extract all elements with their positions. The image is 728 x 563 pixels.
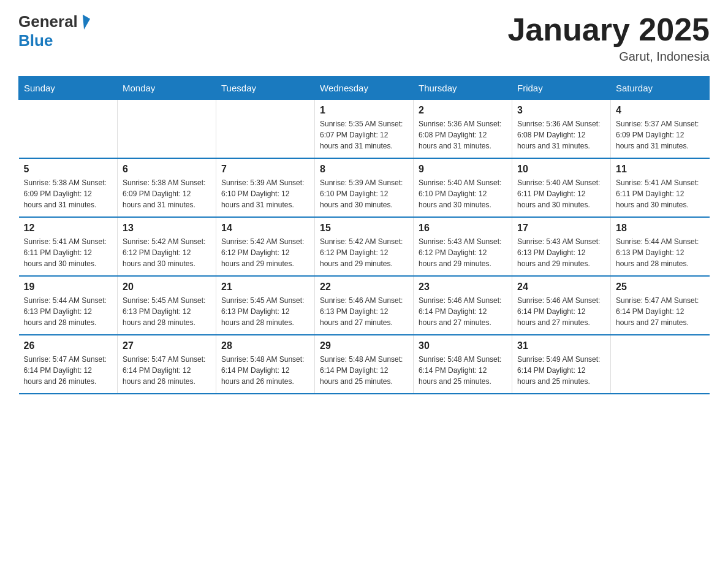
logo: General Blue bbox=[18, 12, 89, 50]
calendar-day-cell: 28Sunrise: 5:48 AM Sunset: 6:14 PM Dayli… bbox=[216, 335, 315, 394]
calendar-day-cell: 26Sunrise: 5:47 AM Sunset: 6:14 PM Dayli… bbox=[19, 335, 118, 394]
logo-general-text: General bbox=[18, 12, 78, 31]
calendar-day-cell: 25Sunrise: 5:47 AM Sunset: 6:14 PM Dayli… bbox=[611, 276, 710, 335]
calendar-day-cell: 15Sunrise: 5:42 AM Sunset: 6:12 PM Dayli… bbox=[315, 217, 414, 276]
day-info: Sunrise: 5:44 AM Sunset: 6:13 PM Dayligh… bbox=[616, 236, 705, 269]
calendar-day-cell bbox=[19, 100, 118, 159]
day-number: 11 bbox=[616, 164, 705, 175]
day-number: 2 bbox=[419, 105, 507, 116]
calendar-day-cell: 18Sunrise: 5:44 AM Sunset: 6:13 PM Dayli… bbox=[611, 217, 710, 276]
calendar-body: 1Sunrise: 5:35 AM Sunset: 6:07 PM Daylig… bbox=[19, 100, 710, 394]
day-number: 24 bbox=[517, 282, 605, 293]
day-number: 16 bbox=[419, 223, 507, 234]
calendar-day-cell: 11Sunrise: 5:41 AM Sunset: 6:11 PM Dayli… bbox=[611, 158, 710, 217]
calendar-day-cell: 21Sunrise: 5:45 AM Sunset: 6:13 PM Dayli… bbox=[216, 276, 315, 335]
calendar-day-cell: 20Sunrise: 5:45 AM Sunset: 6:13 PM Dayli… bbox=[118, 276, 216, 335]
calendar-header-cell: Thursday bbox=[414, 77, 512, 100]
day-number: 8 bbox=[320, 164, 408, 175]
calendar-day-cell: 12Sunrise: 5:41 AM Sunset: 6:11 PM Dayli… bbox=[19, 217, 118, 276]
day-number: 13 bbox=[123, 223, 211, 234]
day-number: 6 bbox=[123, 164, 211, 175]
calendar-day-cell: 23Sunrise: 5:46 AM Sunset: 6:14 PM Dayli… bbox=[414, 276, 512, 335]
day-number: 23 bbox=[419, 282, 507, 293]
calendar-day-cell: 22Sunrise: 5:46 AM Sunset: 6:13 PM Dayli… bbox=[315, 276, 414, 335]
day-info: Sunrise: 5:43 AM Sunset: 6:12 PM Dayligh… bbox=[419, 236, 507, 269]
calendar-day-cell: 3Sunrise: 5:36 AM Sunset: 6:08 PM Daylig… bbox=[512, 100, 611, 159]
calendar-day-cell: 9Sunrise: 5:40 AM Sunset: 6:10 PM Daylig… bbox=[414, 158, 512, 217]
calendar-day-cell: 30Sunrise: 5:48 AM Sunset: 6:14 PM Dayli… bbox=[414, 335, 512, 394]
calendar-table: SundayMondayTuesdayWednesdayThursdayFrid… bbox=[18, 76, 710, 394]
calendar-day-cell: 4Sunrise: 5:37 AM Sunset: 6:09 PM Daylig… bbox=[611, 100, 710, 159]
page-title: January 2025 bbox=[507, 12, 710, 47]
calendar-week-row: 12Sunrise: 5:41 AM Sunset: 6:11 PM Dayli… bbox=[19, 217, 710, 276]
calendar-day-cell: 2Sunrise: 5:36 AM Sunset: 6:08 PM Daylig… bbox=[414, 100, 512, 159]
day-info: Sunrise: 5:38 AM Sunset: 6:09 PM Dayligh… bbox=[24, 177, 113, 210]
day-info: Sunrise: 5:39 AM Sunset: 6:10 PM Dayligh… bbox=[221, 177, 309, 210]
day-info: Sunrise: 5:36 AM Sunset: 6:08 PM Dayligh… bbox=[419, 118, 507, 151]
calendar-header-cell: Tuesday bbox=[216, 77, 315, 100]
day-number: 3 bbox=[517, 105, 605, 116]
calendar-header-cell: Friday bbox=[512, 77, 611, 100]
day-info: Sunrise: 5:46 AM Sunset: 6:13 PM Dayligh… bbox=[320, 295, 408, 328]
calendar-week-row: 26Sunrise: 5:47 AM Sunset: 6:14 PM Dayli… bbox=[19, 335, 710, 394]
calendar-day-cell bbox=[216, 100, 315, 159]
calendar-day-cell: 24Sunrise: 5:46 AM Sunset: 6:14 PM Dayli… bbox=[512, 276, 611, 335]
day-number: 10 bbox=[517, 164, 605, 175]
day-info: Sunrise: 5:48 AM Sunset: 6:14 PM Dayligh… bbox=[320, 354, 408, 387]
day-info: Sunrise: 5:47 AM Sunset: 6:14 PM Dayligh… bbox=[123, 354, 211, 387]
calendar-header: SundayMondayTuesdayWednesdayThursdayFrid… bbox=[19, 77, 710, 100]
calendar-day-cell: 31Sunrise: 5:49 AM Sunset: 6:14 PM Dayli… bbox=[512, 335, 611, 394]
calendar-header-row: SundayMondayTuesdayWednesdayThursdayFrid… bbox=[19, 77, 710, 100]
day-info: Sunrise: 5:41 AM Sunset: 6:11 PM Dayligh… bbox=[616, 177, 705, 210]
calendar-header-cell: Monday bbox=[118, 77, 216, 100]
day-number: 4 bbox=[616, 105, 705, 116]
calendar-day-cell: 7Sunrise: 5:39 AM Sunset: 6:10 PM Daylig… bbox=[216, 158, 315, 217]
header: General Blue January 2025 Garut, Indones… bbox=[18, 12, 710, 64]
day-number: 17 bbox=[517, 223, 605, 234]
calendar-day-cell: 29Sunrise: 5:48 AM Sunset: 6:14 PM Dayli… bbox=[315, 335, 414, 394]
day-number: 7 bbox=[221, 164, 309, 175]
day-number: 5 bbox=[24, 164, 113, 175]
day-number: 31 bbox=[517, 340, 605, 351]
day-info: Sunrise: 5:42 AM Sunset: 6:12 PM Dayligh… bbox=[123, 236, 211, 269]
calendar-day-cell: 6Sunrise: 5:38 AM Sunset: 6:09 PM Daylig… bbox=[118, 158, 216, 217]
day-number: 27 bbox=[123, 340, 211, 351]
page-subtitle: Garut, Indonesia bbox=[507, 50, 710, 64]
calendar-header-cell: Saturday bbox=[611, 77, 710, 100]
day-info: Sunrise: 5:45 AM Sunset: 6:13 PM Dayligh… bbox=[221, 295, 309, 328]
calendar-day-cell: 14Sunrise: 5:42 AM Sunset: 6:12 PM Dayli… bbox=[216, 217, 315, 276]
calendar-day-cell: 8Sunrise: 5:39 AM Sunset: 6:10 PM Daylig… bbox=[315, 158, 414, 217]
calendar-day-cell: 17Sunrise: 5:43 AM Sunset: 6:13 PM Dayli… bbox=[512, 217, 611, 276]
calendar-header-cell: Sunday bbox=[19, 77, 118, 100]
day-info: Sunrise: 5:46 AM Sunset: 6:14 PM Dayligh… bbox=[517, 295, 605, 328]
day-info: Sunrise: 5:49 AM Sunset: 6:14 PM Dayligh… bbox=[517, 354, 605, 387]
day-info: Sunrise: 5:44 AM Sunset: 6:13 PM Dayligh… bbox=[24, 295, 113, 328]
day-number: 12 bbox=[24, 223, 113, 234]
calendar-day-cell: 27Sunrise: 5:47 AM Sunset: 6:14 PM Dayli… bbox=[118, 335, 216, 394]
day-number: 28 bbox=[221, 340, 309, 351]
day-number: 15 bbox=[320, 223, 408, 234]
day-info: Sunrise: 5:42 AM Sunset: 6:12 PM Dayligh… bbox=[320, 236, 408, 269]
logo-blue-text: Blue bbox=[18, 31, 53, 50]
day-info: Sunrise: 5:40 AM Sunset: 6:11 PM Dayligh… bbox=[517, 177, 605, 210]
day-info: Sunrise: 5:43 AM Sunset: 6:13 PM Dayligh… bbox=[517, 236, 605, 269]
day-info: Sunrise: 5:48 AM Sunset: 6:14 PM Dayligh… bbox=[221, 354, 309, 387]
day-number: 9 bbox=[419, 164, 507, 175]
day-number: 14 bbox=[221, 223, 309, 234]
calendar-header-cell: Wednesday bbox=[315, 77, 414, 100]
day-number: 22 bbox=[320, 282, 408, 293]
calendar-day-cell: 16Sunrise: 5:43 AM Sunset: 6:12 PM Dayli… bbox=[414, 217, 512, 276]
day-number: 1 bbox=[320, 105, 408, 116]
day-info: Sunrise: 5:46 AM Sunset: 6:14 PM Dayligh… bbox=[419, 295, 507, 328]
calendar-week-row: 1Sunrise: 5:35 AM Sunset: 6:07 PM Daylig… bbox=[19, 100, 710, 159]
calendar-day-cell: 19Sunrise: 5:44 AM Sunset: 6:13 PM Dayli… bbox=[19, 276, 118, 335]
day-info: Sunrise: 5:41 AM Sunset: 6:11 PM Dayligh… bbox=[24, 236, 113, 269]
day-number: 26 bbox=[24, 340, 113, 351]
day-number: 30 bbox=[419, 340, 507, 351]
day-number: 25 bbox=[616, 282, 705, 293]
day-info: Sunrise: 5:39 AM Sunset: 6:10 PM Dayligh… bbox=[320, 177, 408, 210]
day-number: 18 bbox=[616, 223, 705, 234]
calendar-week-row: 19Sunrise: 5:44 AM Sunset: 6:13 PM Dayli… bbox=[19, 276, 710, 335]
calendar-day-cell bbox=[611, 335, 710, 394]
day-info: Sunrise: 5:42 AM Sunset: 6:12 PM Dayligh… bbox=[221, 236, 309, 269]
